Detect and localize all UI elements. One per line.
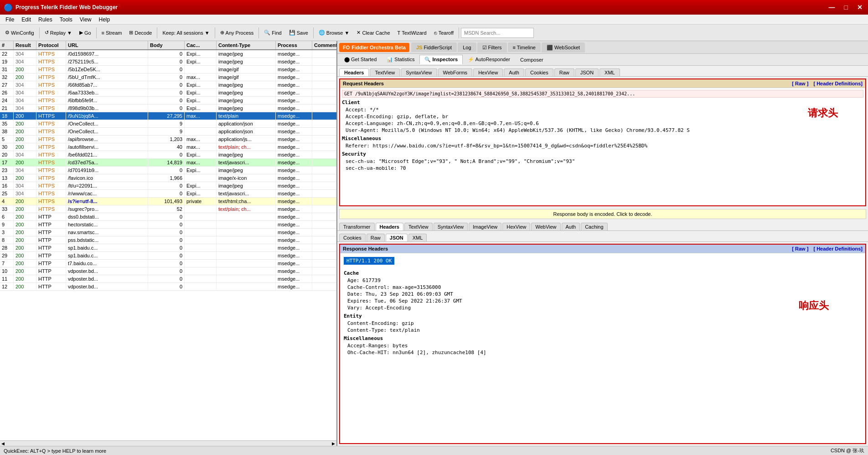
col-header-url[interactable]: URL (66, 41, 148, 49)
resp-tab-headers[interactable]: Headers (376, 223, 403, 230)
col-header-process[interactable]: Process (276, 41, 312, 49)
resp-tab-webview[interactable]: WebView (531, 223, 560, 230)
req-tab-auth[interactable]: Auth (504, 68, 524, 76)
col-header-content-type[interactable]: Content-Type (217, 41, 276, 49)
go-button[interactable]: ▶ Go (76, 28, 94, 37)
scroll-right-arrow[interactable]: ▶ (331, 441, 336, 446)
textwizard-button[interactable]: T TextWizard (394, 28, 430, 37)
resp-tab-hexview[interactable]: HexView (502, 223, 530, 230)
tab-composer[interactable]: Composer (515, 55, 548, 64)
table-row[interactable]: 4 200 HTTPS /s?ie=utf-8... 101,493 priva… (0, 198, 336, 205)
resp-sub-cookies[interactable]: Cookies (339, 234, 366, 241)
tab-filters[interactable]: ☑ Filters (477, 42, 507, 52)
tab-log[interactable]: Log (458, 42, 476, 52)
close-button[interactable]: ✕ (855, 4, 864, 11)
req-tab-raw[interactable]: Raw (554, 68, 574, 76)
clear-cache-button[interactable]: ✕ Clear Cache (353, 28, 393, 37)
col-header-cache[interactable]: Cac... (185, 41, 217, 49)
table-row[interactable]: 17 200 HTTPS /cd37ed75a... 14,819 max...… (0, 159, 336, 167)
req-tab-headers[interactable]: Headers (339, 68, 369, 76)
table-row[interactable]: 38 200 HTTPS /OneCollect... 9 applicatio… (0, 128, 336, 136)
table-row[interactable]: 24 304 HTTPS /6bfbb5fe9f... 0 Expi... im… (0, 97, 336, 105)
col-header-body[interactable]: Body (148, 41, 185, 49)
table-row[interactable]: 27 304 HTTPS /66fd85ab7... 0 Expi... ima… (0, 81, 336, 89)
table-row[interactable]: 16 304 HTTPS /lt/u=22091... 0 Expi... im… (0, 182, 336, 190)
maximize-button[interactable]: □ (842, 4, 850, 11)
table-row[interactable]: 18 200 HTTPS /9uN1bjq8A... 27,295 max...… (0, 112, 336, 120)
tab-get-started[interactable]: ⬤ Get Started (339, 55, 382, 64)
table-row[interactable]: 9 200 HTTP hectorstatic... 0 msedge... (0, 221, 336, 229)
resp-tab-syntaxview[interactable]: SyntaxView (434, 223, 468, 230)
table-row[interactable]: 25 304 HTTPS /r/www/cac... 0 Expi... tex… (0, 190, 336, 198)
resp-tab-imageview[interactable]: ImageView (469, 223, 501, 230)
col-header-result[interactable]: Result (14, 41, 36, 49)
table-row[interactable]: 12 200 HTTP vdposter.bd... 0 msedge... (0, 283, 336, 291)
resp-sub-json[interactable]: JSON (386, 234, 408, 241)
response-header-defs-link[interactable]: [ Header Definitions] (813, 246, 863, 251)
find-button[interactable]: 🔍 Find (261, 28, 284, 37)
resp-tab-transformer[interactable]: Transformer (339, 223, 375, 230)
request-raw-link[interactable]: [ Raw ] (792, 81, 808, 86)
menu-tools[interactable]: Tools (56, 16, 76, 24)
tab-inspectors[interactable]: 🔍 Inspectors (419, 55, 463, 64)
resp-tab-caching[interactable]: Caching (581, 223, 607, 230)
table-row[interactable]: 19 304 HTTPS /2752119c5... 0 Expi... ima… (0, 58, 336, 66)
table-row[interactable]: 31 200 HTTPS /5b1ZeDe5K... 0 image/gif m… (0, 66, 336, 73)
resp-sub-raw[interactable]: Raw (367, 234, 385, 241)
table-row[interactable]: 21 304 HTTPS /898d9b03b... 0 Expi... ima… (0, 105, 336, 112)
tab-fiddler-orchestra[interactable]: FO Fiddler Orchestra Beta (339, 43, 409, 52)
tearoff-button[interactable]: ⎋ Tearoff (431, 28, 457, 37)
table-row[interactable]: 5 200 HTTPS /api/browse... 1,203 max... … (0, 136, 336, 143)
table-row[interactable]: 29 200 HTTP sp1.baidu.c... 0 msedge... (0, 252, 336, 260)
col-header-id[interactable]: # (0, 41, 14, 49)
menu-view[interactable]: View (76, 16, 95, 24)
minimize-button[interactable]: — (827, 4, 837, 11)
table-row[interactable]: 30 200 HTTPS /autofillservi... 40 max...… (0, 143, 336, 151)
req-tab-json[interactable]: JSON (575, 68, 599, 76)
table-row[interactable]: 33 200 HTTPS /sugrec?pro... 52 text/plai… (0, 205, 336, 213)
col-header-comments[interactable]: Comments (312, 41, 336, 49)
table-row[interactable]: 6 200 HTTP dss0.bdstati... 0 msedge... (0, 213, 336, 221)
req-tab-webforms[interactable]: WebForms (438, 68, 473, 76)
table-row[interactable]: 7 200 HTTP t7.baidu.co... 0 msedge... (0, 260, 336, 267)
decode-button[interactable]: ⊞ Decode (126, 28, 155, 37)
winconfig-button[interactable]: ⚙ WinConfig (2, 28, 37, 37)
req-tab-textview[interactable]: TextView (370, 68, 400, 76)
table-row[interactable]: 13 200 HTTPS /favicon.ico 1,966 image/x-… (0, 174, 336, 182)
replay-button[interactable]: ↺ Replay ▼ (41, 28, 75, 37)
table-row[interactable]: 22 304 HTTPS /0d1598697... 0 Expi... ima… (0, 50, 336, 58)
req-tab-hexview[interactable]: HexView (473, 68, 503, 76)
menu-file[interactable]: File (2, 16, 18, 24)
table-row[interactable]: 20 304 HTTPS /be6fdd021... 0 Expi... ima… (0, 151, 336, 159)
table-row[interactable]: 28 200 HTTP sp1.baidu.c... 0 msedge... (0, 244, 336, 252)
resp-tab-auth[interactable]: Auth (562, 223, 580, 230)
table-row[interactable]: 8 200 HTTP pss.bdstatic... 0 msedge... (0, 236, 336, 244)
table-row[interactable]: 10 200 HTTP vdposter.bd... 0 msedge... (0, 267, 336, 275)
menu-help[interactable]: Help (95, 16, 114, 24)
scroll-left-arrow[interactable]: ◀ (0, 441, 6, 446)
msdn-search-input[interactable] (461, 28, 534, 38)
resp-sub-xml[interactable]: XML (408, 234, 427, 241)
decode-banner[interactable]: Response body is encoded. Click to decod… (339, 209, 866, 219)
tab-websocket[interactable]: ⬛ WebSocket (542, 42, 585, 52)
tab-autoresponder[interactable]: ⚡ AutoResponder (463, 55, 515, 64)
table-row[interactable]: 32 200 HTTPS /5bU_dTmfK... 0 max... imag… (0, 73, 336, 81)
browse-button[interactable]: 🌐 Browse ▼ (315, 28, 353, 37)
request-header-defs-link[interactable]: [ Header Definitions] (813, 81, 863, 86)
table-row[interactable]: 23 304 HTTPS /d701491b9... 0 Expi... ima… (0, 167, 336, 174)
tab-fiddlerscript[interactable]: JS FiddlerScript (411, 42, 457, 52)
tab-timeline[interactable]: ≡ Timeline (508, 42, 541, 52)
req-tab-xml[interactable]: XML (599, 68, 620, 76)
any-process-button[interactable]: ⊕ Any Process (217, 28, 257, 37)
col-header-protocol[interactable]: Protocol (36, 41, 66, 49)
table-row[interactable]: 35 200 HTTPS /OneCollect... 9 applicatio… (0, 120, 336, 128)
req-tab-syntaxview[interactable]: SyntaxView (401, 68, 437, 76)
req-tab-cookies[interactable]: Cookies (525, 68, 553, 76)
menu-rules[interactable]: Rules (35, 16, 56, 24)
response-raw-link[interactable]: [ Raw ] (792, 246, 808, 251)
menu-edit[interactable]: Edit (18, 16, 35, 24)
resp-tab-textview[interactable]: TextView (404, 223, 433, 230)
stream-button[interactable]: ≡ Stream (98, 28, 125, 37)
table-row[interactable]: 11 200 HTTP vdposter.bd... 0 msedge... (0, 275, 336, 283)
table-row[interactable]: 26 304 HTTPS /6aa7333eb... 0 Expi... ima… (0, 89, 336, 97)
